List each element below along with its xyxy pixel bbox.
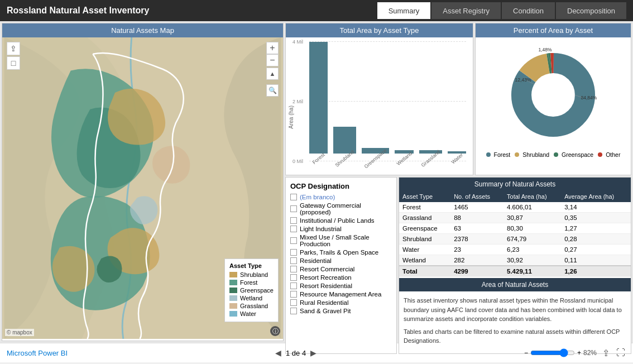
ocp-label-0[interactable]: (Em branco) <box>300 194 335 200</box>
cell-grassland-count: 88 <box>450 213 503 223</box>
map-search-btn[interactable]: 🔍 <box>266 84 279 97</box>
y-axis-label: Area (ha) <box>288 106 294 129</box>
cell-wetland-total: 30,92 <box>503 255 561 266</box>
zoom-slider-container: − + 82% <box>524 348 597 357</box>
ocp-item-0[interactable]: (Em branco) <box>290 194 392 200</box>
nav-tabs: Summary Asset Registry Condition Decompo… <box>377 2 626 19</box>
cell-total-avg: 1,26 <box>561 266 631 277</box>
zoom-plus-icon: + <box>577 349 581 357</box>
ocp-item-11[interactable]: Rural Residential <box>290 299 392 306</box>
ocp-checkbox-11[interactable] <box>290 299 297 306</box>
ocp-checkbox-2[interactable] <box>290 217 297 224</box>
table-row-shrubland: Shrubland 2378 674,79 0,28 <box>399 234 631 245</box>
map-tool-btn-1[interactable]: ⇪ <box>7 42 20 55</box>
page-current: 1 <box>286 349 290 357</box>
zoom-in-btn[interactable]: + <box>266 42 279 54</box>
zoom-out-btn[interactable]: − <box>266 54 279 66</box>
bar-chart-panel: Total Area by Asset Type Area (ha) 4 Mil… <box>285 23 473 175</box>
ocp-checkbox-1[interactable] <box>290 205 297 212</box>
cell-greenspace-avg: 1,27 <box>561 223 631 234</box>
tab-summary[interactable]: Summary <box>377 2 431 19</box>
donut-chart-panel: Percent of Area by Asset <box>475 23 631 175</box>
legend-color-greenspace <box>229 288 237 293</box>
map-tool-btn-2[interactable]: □ <box>7 56 20 70</box>
ocp-item-5[interactable]: Parks, Trails & Open Space <box>290 249 392 256</box>
ocp-title: OCP Designation <box>290 182 392 190</box>
legend-label-greenspace: Greenspace <box>240 287 274 294</box>
ocp-item-1[interactable]: Gateway Commercial (proposed) <box>290 202 392 215</box>
legend-shrubland-label: Shrubland <box>522 151 549 158</box>
cell-greenspace-count: 63 <box>450 223 503 234</box>
ocp-checkbox-9[interactable] <box>290 282 297 289</box>
th-avg-area: Average Area (ha) <box>561 191 631 202</box>
table-row-water: Water 23 6,23 0,27 <box>399 245 631 255</box>
tab-decomposition[interactable]: Decomposition <box>556 2 626 19</box>
map-container[interactable]: ⇪ □ + − ▲ 🔍 Asset Type Shrubland Fores <box>2 37 283 339</box>
tab-condition[interactable]: Condition <box>502 2 555 19</box>
ocp-checkbox-0[interactable] <box>290 194 297 200</box>
bar-greenspace: Greenspace <box>362 148 389 161</box>
ocp-item-8[interactable]: Resort Recreation <box>290 274 392 281</box>
summary-table-title: Summary of Natural Assets <box>399 178 631 191</box>
legend-color-shrubland <box>229 272 237 277</box>
powerbi-link[interactable]: Microsoft Power BI <box>7 349 68 357</box>
ocp-checkbox-7[interactable] <box>290 266 297 272</box>
th-asset-type: Asset Type <box>399 191 450 202</box>
legend-forest-label: Forest <box>494 151 511 158</box>
dot-other <box>598 152 602 157</box>
map-info-btn[interactable]: ⓘ <box>270 326 280 336</box>
y-tick-0mil: 0 Mil <box>292 159 303 164</box>
page-sep: de <box>292 349 300 357</box>
main-content: Natural Assets Map <box>0 21 633 343</box>
legend-greenspace-label: Greenspace <box>562 151 593 158</box>
page-prev-btn[interactable]: ◀ <box>275 348 281 357</box>
ocp-item-12[interactable]: Sand & Gravel Pit <box>290 308 392 314</box>
ocp-label-5: Parks, Trails & Open Space <box>300 249 378 256</box>
ocp-item-2[interactable]: Institutional / Public Lands <box>290 217 392 224</box>
ocp-checkbox-6[interactable] <box>290 257 297 264</box>
legend-item-wetland: Wetland <box>229 295 274 301</box>
ocp-checkbox-5[interactable] <box>290 249 297 256</box>
ocp-item-4[interactable]: Mixed Use / Small Scale Production <box>290 234 392 247</box>
ocp-label-6: Residential <box>300 257 332 264</box>
ocp-checkbox-3[interactable] <box>290 226 297 232</box>
ocp-checkbox-8[interactable] <box>290 274 297 281</box>
page-next-btn[interactable]: ▶ <box>310 348 317 357</box>
right-panels: Total Area by Asset Type Area (ha) 4 Mil… <box>285 23 631 341</box>
ocp-item-7[interactable]: Resort Commercial <box>290 266 392 272</box>
ocp-item-10[interactable]: Resource Management Area <box>290 291 392 298</box>
cell-total-type: Total <box>399 266 450 277</box>
bottom-right-row: OCP Designation (Em branco) Gateway Comm… <box>285 177 631 354</box>
zoom-slider[interactable] <box>530 348 575 357</box>
app-title: Rossland Natural Asset Inventory <box>7 6 149 16</box>
legend-item-grassland: Grassland <box>229 303 274 309</box>
cell-forest-total: 4.606,01 <box>503 202 561 213</box>
ocp-label-2: Institutional / Public Lands <box>300 217 375 224</box>
donut-legend-forest: Forest <box>486 151 511 158</box>
bar-forest-fill <box>309 42 328 154</box>
share-btn[interactable]: ⇪ <box>601 347 611 360</box>
bar-water-fill <box>448 151 466 154</box>
ocp-item-9[interactable]: Resort Residential <box>290 282 392 289</box>
legend-color-water <box>229 311 237 317</box>
ocp-item-6[interactable]: Residential <box>290 257 392 264</box>
tab-asset-registry[interactable]: Asset Registry <box>431 2 501 19</box>
cell-water-type: Water <box>399 245 450 255</box>
page-nav: ◀ 1 de 4 ▶ <box>275 348 317 357</box>
ocp-label-9: Resort Residential <box>300 282 352 289</box>
cell-shrubland-type: Shrubland <box>399 234 450 245</box>
bar-grassland: Grassland <box>419 150 442 161</box>
bar-wetland: Wetland <box>395 150 413 161</box>
ocp-checkbox-12[interactable] <box>290 308 297 314</box>
ocp-checkbox-10[interactable] <box>290 291 297 298</box>
ocp-label-11: Rural Residential <box>300 299 349 306</box>
table-row-greenspace: Greenspace 63 80,30 1,27 <box>399 223 631 234</box>
north-btn[interactable]: ▲ <box>266 68 279 80</box>
ocp-item-3[interactable]: Light Industrial <box>290 226 392 232</box>
y-tick-4mil: 4 Mil <box>292 39 303 45</box>
ocp-checkbox-4[interactable] <box>290 237 297 244</box>
fullscreen-btn[interactable]: ⛶ <box>615 347 626 359</box>
area-section-title: Area of Natural Assets <box>399 278 631 291</box>
bottom-right-controls: − + 82% ⇪ ⛶ <box>524 347 626 360</box>
ocp-label-7: Resort Commercial <box>300 266 354 272</box>
